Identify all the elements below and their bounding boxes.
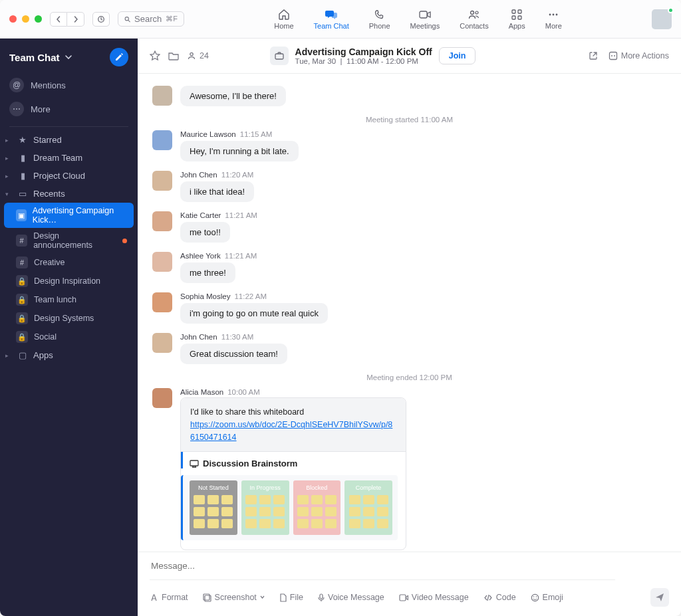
lock-icon: 🔒 (16, 331, 28, 343)
nav-more[interactable]: More (545, 9, 562, 30)
message-bubble[interactable]: me three! (180, 262, 235, 283)
svg-point-24 (535, 596, 537, 597)
avatar[interactable] (152, 171, 172, 191)
meeting-started-event: Meeting started 11:00 AM (152, 116, 666, 124)
svg-point-10 (553, 13, 555, 15)
message-row: Alicia Mason10:00 AM I'd like to share t… (152, 388, 666, 552)
section-starred[interactable]: ▸★Starred (0, 131, 138, 149)
join-button[interactable]: Join (439, 47, 476, 64)
presence-available-icon (668, 7, 674, 13)
close-window[interactable] (9, 15, 17, 23)
format-button[interactable]: Format (150, 593, 188, 602)
chevron-down-icon[interactable] (65, 54, 72, 60)
video-message-button[interactable]: Video Message (399, 593, 469, 602)
whiteboard-icon (190, 460, 199, 468)
timestamp: 10:00 AM (227, 388, 260, 396)
svg-point-12 (190, 52, 193, 55)
voice-message-button[interactable]: Voice Message (318, 593, 384, 602)
sidebar-more[interactable]: ⋯ More (0, 97, 138, 121)
svg-point-3 (470, 11, 474, 14)
sidebar-title: Team Chat (9, 52, 60, 63)
section-dream-team[interactable]: ▸▮Dream Team (0, 149, 138, 167)
message-bubble[interactable]: Hey, I'm running a bit late. (180, 141, 299, 161)
nav-home[interactable]: Home (274, 9, 293, 30)
kanban-column: Complete (344, 480, 392, 535)
folder-button[interactable] (168, 51, 179, 60)
channel-social[interactable]: 🔒Social (4, 328, 134, 346)
sidebar-mentions[interactable]: @ Mentions (0, 73, 138, 97)
history-button[interactable] (92, 12, 110, 27)
search-input[interactable]: Search ⌘F (118, 11, 184, 27)
avatar[interactable] (152, 130, 172, 150)
message-list[interactable]: Awesome, I'll be there! Meeting started … (138, 74, 681, 552)
send-button[interactable] (650, 588, 669, 607)
message-bubble[interactable]: Great discussion team! (180, 344, 287, 364)
channel-design-inspiration[interactable]: 🔒Design Inspiration (4, 272, 134, 290)
compose-button[interactable] (110, 48, 128, 66)
message-bubble[interactable]: i like that idea! (180, 181, 254, 202)
emoji-button[interactable]: Emoji (531, 593, 563, 602)
author: Alicia Mason (180, 388, 223, 396)
avatar[interactable] (152, 211, 172, 231)
code-button[interactable]: Code (483, 593, 516, 602)
message-bubble[interactable]: Awesome, I'll be there! (180, 86, 286, 106)
nav-team-chat[interactable]: Team Chat (314, 9, 349, 30)
phone-icon (373, 9, 386, 21)
avatar[interactable] (152, 388, 172, 408)
screenshot-button[interactable]: Screenshot (203, 593, 265, 602)
nav-phone[interactable]: Phone (369, 9, 390, 30)
svg-rect-18 (205, 595, 211, 601)
nav-contacts[interactable]: Contacts (460, 9, 488, 30)
history-nav (50, 12, 84, 27)
kanban-preview[interactable]: Not StartedIn ProgressBlockedComplete (181, 475, 398, 540)
more-actions-button[interactable]: More Actions (609, 51, 669, 60)
minimize-window[interactable] (22, 15, 29, 23)
timestamp: 11:21 AM (225, 211, 257, 219)
message-row: Katie Carter11:21 AM me too!! (152, 211, 666, 243)
svg-point-4 (476, 11, 478, 14)
channel-team-lunch[interactable]: 🔒Team lunch (4, 290, 134, 309)
open-external-button[interactable] (589, 51, 598, 60)
section-recents[interactable]: ▾▭Recents (0, 185, 138, 203)
channel-creative[interactable]: #Creative (4, 253, 134, 272)
channel-campaign[interactable]: ▣Advertising Campaign Kick… (4, 203, 134, 228)
message-bubble[interactable]: i'm going to go on mute real quick (180, 303, 328, 324)
back-button[interactable] (50, 12, 67, 27)
svg-point-23 (533, 596, 534, 597)
maximize-window[interactable] (35, 15, 42, 23)
message-row: Awesome, I'll be there! (152, 86, 666, 106)
apps-icon: ▢ (17, 350, 28, 360)
nav-apps[interactable]: Apps (509, 9, 525, 30)
file-button[interactable]: File (279, 593, 303, 602)
members-count[interactable]: 24 (187, 51, 209, 60)
avatar[interactable] (152, 333, 172, 353)
svg-rect-20 (320, 594, 323, 599)
channel-design-systems[interactable]: 🔒Design Systems (4, 309, 134, 328)
profile-avatar[interactable] (652, 9, 672, 29)
more-icon (547, 9, 560, 21)
avatar[interactable] (152, 252, 172, 272)
section-apps[interactable]: ▸▢Apps (0, 346, 138, 364)
svg-rect-2 (420, 11, 427, 18)
composer: Format Screenshot File Voice Message Vid… (138, 552, 681, 616)
star-button[interactable] (150, 51, 160, 61)
nav-meetings[interactable]: Meetings (410, 9, 440, 30)
section-project-cloud[interactable]: ▸▮Project Cloud (0, 167, 138, 185)
lock-icon: 🔒 (16, 275, 28, 287)
svg-point-16 (614, 55, 615, 56)
whiteboard-link[interactable]: https://zoom.us/wb/doc/2E-DcqhlSEeHV7Bhi… (190, 420, 392, 442)
svg-point-11 (556, 13, 558, 15)
svg-point-9 (549, 13, 551, 15)
forward-button[interactable] (67, 12, 84, 27)
message-row: John Chen11:30 AM Great discussion team! (152, 333, 666, 364)
avatar[interactable] (152, 86, 172, 106)
message-input[interactable] (150, 552, 615, 580)
message-row: Ashlee York11:21 AM me three! (152, 252, 666, 283)
avatar[interactable] (152, 292, 172, 312)
lock-icon: 🔒 (16, 294, 28, 306)
author: Maurice Lawson (180, 130, 236, 138)
channel-design-announcements[interactable]: #Design announcements (4, 228, 134, 253)
divider (9, 126, 128, 127)
svg-point-15 (611, 55, 613, 56)
message-bubble[interactable]: me too!! (180, 222, 230, 243)
